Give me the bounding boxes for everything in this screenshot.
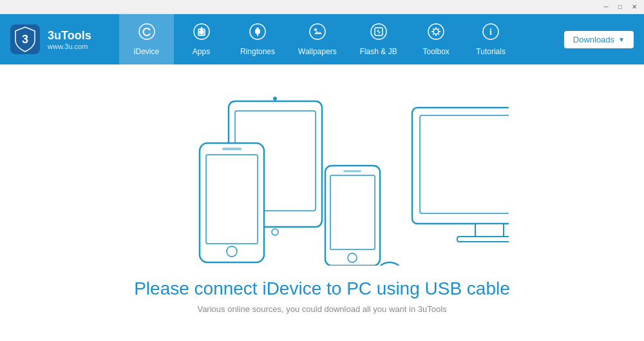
svg-point-15 xyxy=(272,229,278,235)
minimize-btn[interactable]: ─ xyxy=(601,3,611,12)
illustration xyxy=(135,92,509,266)
svg-point-7 xyxy=(371,24,386,39)
nav-label-ringtones: Ringtones xyxy=(240,47,275,56)
maximize-btn[interactable]: □ xyxy=(616,3,625,12)
svg-rect-18 xyxy=(206,155,258,244)
svg-text:3: 3 xyxy=(22,33,28,46)
nav-label-tutorials: Tutorials xyxy=(476,47,506,56)
nav-label-idevice: iDevice xyxy=(134,47,159,56)
svg-rect-28 xyxy=(457,237,509,242)
nav-item-toolbox[interactable]: Toolbox xyxy=(409,14,464,64)
nav-item-idevice[interactable]: iDevice xyxy=(119,14,174,64)
nav-items: iDevice Apps Ringtones xyxy=(119,14,554,64)
downloads-label: Downloads xyxy=(573,35,614,44)
svg-rect-24 xyxy=(343,170,361,172)
ringtones-icon xyxy=(249,23,267,44)
logo-icon: 3 xyxy=(10,24,40,54)
svg-point-6 xyxy=(314,28,317,31)
connect-title: Please connect iDevice to PC using USB c… xyxy=(134,278,510,299)
header: 3 3uTools www.3u.com iDevice xyxy=(0,14,644,64)
svg-rect-22 xyxy=(330,175,375,249)
wallpapers-icon xyxy=(308,23,327,44)
downloads-arrow-icon: ▼ xyxy=(618,36,625,43)
close-btn[interactable]: ✕ xyxy=(630,3,639,12)
nav-item-tutorials[interactable]: i Tutorials xyxy=(464,14,518,64)
tutorials-icon: i xyxy=(482,23,500,44)
svg-point-1 xyxy=(139,24,155,39)
logo-area: 3 3uTools www.3u.com xyxy=(0,14,119,64)
idevice-icon xyxy=(138,23,156,44)
nav-label-flash-jb: Flash & JB xyxy=(360,47,397,56)
nav-label-apps: Apps xyxy=(193,47,210,56)
apps-icon xyxy=(193,23,211,44)
nav-item-apps[interactable]: Apps xyxy=(174,14,229,64)
toolbox-icon xyxy=(427,23,445,44)
app-name: 3uTools xyxy=(48,29,91,43)
svg-point-16 xyxy=(273,97,277,101)
svg-text:i: i xyxy=(489,27,492,37)
nav-item-ringtones[interactable]: Ringtones xyxy=(229,14,287,64)
logo-text: 3uTools www.3u.com xyxy=(48,29,91,50)
nav-item-wallpapers[interactable]: Wallpapers xyxy=(287,14,348,64)
svg-rect-20 xyxy=(222,148,242,150)
flash-jb-icon xyxy=(370,23,388,44)
main-content: Please connect iDevice to PC using USB c… xyxy=(0,64,644,341)
nav-item-flash-jb[interactable]: Flash & JB xyxy=(348,14,409,64)
nav-label-wallpapers: Wallpapers xyxy=(298,47,337,56)
svg-rect-26 xyxy=(420,115,509,213)
svg-rect-27 xyxy=(475,224,504,237)
app-url: www.3u.com xyxy=(48,43,91,50)
nav-label-toolbox: Toolbox xyxy=(422,47,449,56)
connect-sub: Various online sources, you could downlo… xyxy=(197,304,446,314)
title-bar: ─ □ ✕ xyxy=(0,0,644,14)
svg-rect-8 xyxy=(375,28,383,35)
downloads-button[interactable]: Downloads ▼ xyxy=(564,31,634,48)
svg-point-9 xyxy=(428,24,444,39)
